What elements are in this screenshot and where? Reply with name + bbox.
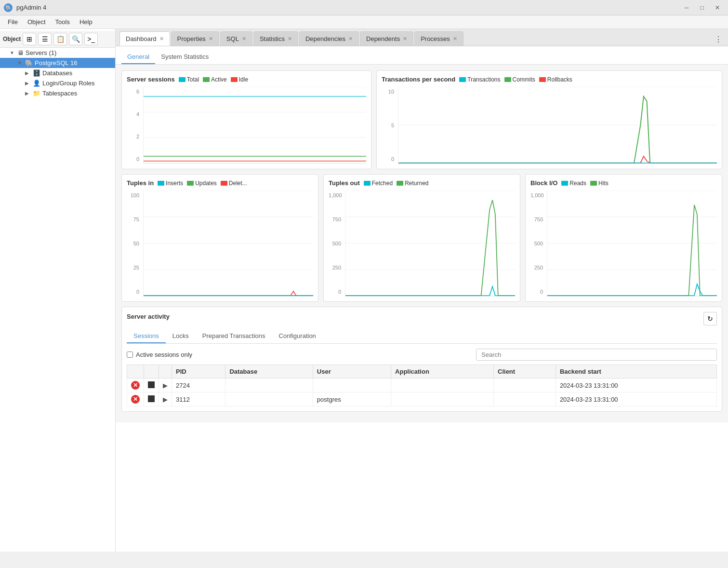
more-tabs-icon[interactable]: ⋮ bbox=[713, 33, 724, 46]
activity-tab-prepared-transactions[interactable]: Prepared Transactions bbox=[196, 329, 272, 343]
tab-sql[interactable]: SQL ✕ bbox=[220, 31, 252, 46]
sidebar-item-login-roles[interactable]: ▶ 👤 Login/Group Roles bbox=[0, 78, 115, 88]
expand-icon[interactable]: ▶ bbox=[163, 382, 168, 389]
chart-header: Tuples out Fetched Returned bbox=[329, 179, 515, 187]
y-labels: 100 75 50 25 0 bbox=[127, 190, 141, 297]
stop-button[interactable] bbox=[148, 395, 155, 402]
servers-label: Servers (1) bbox=[26, 49, 56, 56]
tab-dashboard[interactable]: Dashboard ✕ bbox=[119, 31, 170, 46]
close-icon[interactable]: ✕ bbox=[159, 36, 164, 42]
y-labels: 1,000 750 500 250 0 bbox=[329, 190, 343, 297]
close-icon[interactable]: ✕ bbox=[348, 36, 353, 42]
y-label: 100 bbox=[127, 192, 141, 198]
tab-properties[interactable]: Properties ✕ bbox=[171, 31, 219, 46]
chart-title: Tuples in bbox=[127, 179, 154, 187]
col-backend-start: Backend start bbox=[556, 365, 716, 379]
login-roles-label: Login/Group Roles bbox=[42, 80, 94, 87]
app-title: pgAdmin 4 bbox=[16, 4, 46, 11]
close-button[interactable]: ✕ bbox=[711, 2, 724, 13]
tuples-in-svg bbox=[144, 190, 313, 296]
y-label: 0 bbox=[127, 156, 141, 162]
properties-button[interactable]: 📋 bbox=[53, 33, 67, 45]
y-label: 0 bbox=[127, 289, 141, 295]
sidebar-item-servers[interactable]: ▼ 🖥 Servers (1) bbox=[0, 48, 115, 58]
sessions-label: Sessions bbox=[133, 332, 159, 339]
checkbox-label-text: Active sessions only bbox=[136, 351, 192, 358]
terminate-button[interactable]: ✕ bbox=[131, 381, 140, 390]
stop-button[interactable] bbox=[148, 381, 155, 388]
refresh-button[interactable]: ↻ bbox=[703, 312, 717, 325]
configuration-label: Configuration bbox=[279, 332, 316, 339]
block-io-chart: Block I/O Reads Hits bbox=[525, 174, 722, 302]
terminal-button[interactable]: >_ bbox=[84, 33, 98, 45]
activity-tab-locks[interactable]: Locks bbox=[166, 329, 196, 343]
activity-tab-sessions[interactable]: Sessions bbox=[127, 329, 166, 343]
app-icon: 🐘 bbox=[4, 3, 13, 12]
y-label: 5 bbox=[382, 122, 396, 128]
chart-header: Transactions per second Transactions Com… bbox=[382, 76, 717, 83]
close-icon[interactable]: ✕ bbox=[453, 36, 457, 42]
sidebar-item-postgresql16[interactable]: ▼ 🐘 PostgreSQL 16 bbox=[0, 58, 115, 68]
tuples-in-chart: Tuples in Inserts Updates bbox=[121, 174, 318, 302]
maximize-button[interactable]: □ bbox=[695, 2, 709, 13]
chevron-down-icon: ▼ bbox=[10, 50, 15, 55]
y-label: 50 bbox=[127, 241, 141, 246]
chart-area: 1,000 750 500 250 0 bbox=[329, 190, 515, 297]
grid-view-button[interactable]: ⊞ bbox=[23, 33, 36, 45]
search-button[interactable]: 🔍 bbox=[69, 33, 82, 45]
table-view-button[interactable]: ☰ bbox=[38, 33, 52, 45]
menu-object[interactable]: Object bbox=[24, 16, 50, 27]
close-icon[interactable]: ✕ bbox=[403, 36, 407, 42]
terminate-button[interactable]: ✕ bbox=[131, 395, 140, 404]
close-icon[interactable]: ✕ bbox=[242, 36, 246, 42]
activity-tab-configuration[interactable]: Configuration bbox=[272, 329, 323, 343]
databases-icon: 🗄️ bbox=[33, 69, 40, 77]
legend-color-commits bbox=[504, 77, 511, 82]
legend-label-commits: Commits bbox=[513, 76, 535, 83]
legend-color-deletes bbox=[221, 181, 227, 186]
tab-statistics[interactable]: Statistics ✕ bbox=[253, 31, 298, 46]
legend-label-active: Active bbox=[211, 76, 227, 83]
row-stop bbox=[144, 379, 159, 392]
legend-label-rollbacks: Rollbacks bbox=[547, 76, 572, 83]
row-stop bbox=[144, 392, 159, 406]
legend-hits: Hits bbox=[590, 180, 609, 187]
prepared-tx-label: Prepared Transactions bbox=[202, 332, 265, 339]
cell-user: postgres bbox=[313, 392, 391, 406]
col-action2 bbox=[144, 365, 159, 379]
col-expand bbox=[159, 365, 172, 379]
sidebar-item-databases[interactable]: ▶ 🗄️ Databases bbox=[0, 68, 115, 78]
tuples-out-chart: Tuples out Fetched Returned bbox=[323, 174, 520, 302]
menu-tools[interactable]: Tools bbox=[52, 16, 74, 27]
expand-icon[interactable]: ▶ bbox=[163, 396, 168, 403]
tab-dependents[interactable]: Dependents ✕ bbox=[360, 31, 413, 46]
subtab-general[interactable]: General bbox=[121, 50, 155, 64]
locks-label: Locks bbox=[172, 332, 189, 339]
y-labels: 6 4 2 0 bbox=[127, 87, 141, 164]
tab-processes-label: Processes bbox=[421, 35, 450, 42]
row-terminate: ✕ bbox=[127, 392, 144, 406]
legend-active: Active bbox=[203, 76, 227, 83]
minimize-button[interactable]: ─ bbox=[680, 2, 693, 13]
active-sessions-checkbox[interactable] bbox=[127, 352, 133, 358]
y-label: 75 bbox=[127, 216, 141, 222]
active-sessions-checkbox-label[interactable]: Active sessions only bbox=[127, 351, 192, 358]
legend-color-active bbox=[203, 77, 210, 82]
menu-help[interactable]: Help bbox=[76, 16, 96, 27]
sidebar-item-tablespaces[interactable]: ▶ 📁 Tablespaces bbox=[0, 88, 115, 98]
y-label: 750 bbox=[329, 216, 343, 222]
close-icon[interactable]: ✕ bbox=[209, 36, 213, 42]
chart-area: 100 75 50 25 0 bbox=[127, 190, 313, 297]
close-icon[interactable]: ✕ bbox=[288, 36, 292, 42]
tab-processes[interactable]: Processes ✕ bbox=[414, 31, 463, 46]
legend-total: Total bbox=[179, 76, 199, 83]
search-input[interactable] bbox=[476, 349, 717, 361]
legend-deletes: Delet... bbox=[221, 180, 247, 187]
legend-label-total: Total bbox=[187, 76, 199, 83]
chart-title: Transactions per second bbox=[382, 76, 455, 83]
tab-dependencies[interactable]: Dependencies ✕ bbox=[299, 31, 359, 46]
menu-file[interactable]: File bbox=[4, 16, 22, 27]
legend-label-idle: Idle bbox=[239, 76, 248, 83]
y-labels: 1,000 750 500 250 0 bbox=[530, 190, 545, 297]
subtab-system-statistics[interactable]: System Statistics bbox=[155, 50, 214, 64]
